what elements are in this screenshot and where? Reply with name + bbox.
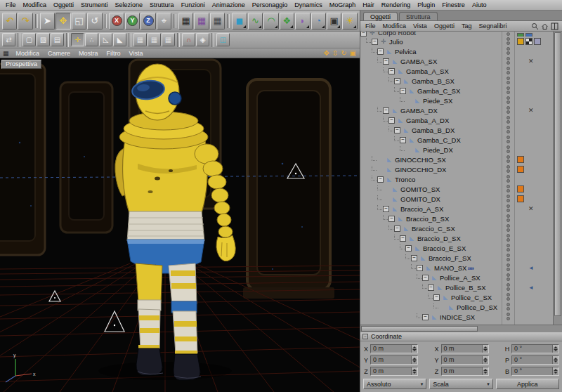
visibility-dots[interactable] bbox=[504, 273, 512, 281]
spinner-down-icon[interactable] bbox=[483, 360, 488, 362]
spline-pen-icon[interactable]: ∿ bbox=[248, 13, 263, 30]
spinner-down-icon[interactable] bbox=[412, 349, 417, 351]
viewport-menu-vista[interactable]: Vista bbox=[125, 50, 148, 57]
menu-oggetti[interactable]: Oggetti bbox=[50, 1, 77, 8]
spinner[interactable] bbox=[552, 345, 558, 353]
tree-item-gomito-dx[interactable]: ◣GOMITO_DX bbox=[360, 194, 553, 204]
expand-toggle[interactable]: − bbox=[383, 206, 389, 212]
search-icon[interactable] bbox=[531, 22, 539, 30]
tag-icon[interactable] bbox=[517, 156, 524, 163]
tree-item-indice-sx[interactable]: −◣INDICE_SX bbox=[360, 312, 553, 322]
horizontal-scroll-thumb[interactable] bbox=[361, 326, 478, 332]
spinner-down-icon[interactable] bbox=[412, 360, 417, 362]
visibility-dots[interactable] bbox=[504, 244, 512, 251]
visibility-dots[interactable] bbox=[504, 47, 512, 55]
tree-item-gamba-b-dx[interactable]: −◣Gamba_B_DX bbox=[360, 125, 553, 135]
visibility-dots[interactable] bbox=[504, 77, 512, 84]
undo-icon[interactable]: ↶ bbox=[2, 13, 17, 30]
rotate-view-icon[interactable]: ↻ bbox=[341, 49, 346, 57]
tree-item-gomito-sx[interactable]: ◣GOMITO_SX bbox=[360, 184, 553, 194]
coord-field-size-y[interactable]: 0 m bbox=[441, 355, 489, 365]
tree-item-pollice-d-sx[interactable]: ◣Pollice_D_SX bbox=[360, 302, 553, 312]
object-axis-mode-icon[interactable]: ✛ bbox=[71, 33, 84, 46]
tree-item-pollice-b-sx[interactable]: −◣Pollice_B_SX◄ bbox=[360, 282, 553, 292]
visibility-dots[interactable] bbox=[504, 126, 512, 133]
expand-toggle[interactable]: − bbox=[360, 32, 367, 37]
spinner[interactable] bbox=[482, 356, 488, 364]
coord-field-position-x[interactable]: 0 m bbox=[370, 344, 418, 353]
coord-field-position-y[interactable]: 0 m bbox=[370, 355, 418, 365]
spinner-up-icon[interactable] bbox=[554, 358, 558, 360]
ik-tag-icon[interactable]: ✕ bbox=[528, 107, 534, 114]
tree-vertical-scrollbar[interactable] bbox=[553, 32, 562, 325]
expand-toggle[interactable]: − bbox=[400, 88, 406, 94]
tag-icon[interactable] bbox=[517, 166, 524, 173]
spinner-up-icon[interactable] bbox=[554, 369, 558, 371]
tree-item-pollice-a-sx[interactable]: −◣Pollice_A_SX bbox=[360, 273, 553, 282]
vertical-scroll-thumb[interactable] bbox=[554, 32, 561, 316]
visibility-dots[interactable] bbox=[504, 214, 512, 222]
menu-personaggio[interactable]: Personaggio bbox=[249, 1, 292, 8]
expand-toggle[interactable]: − bbox=[388, 68, 395, 74]
spinner-up-icon[interactable] bbox=[412, 358, 417, 360]
visibility-dots[interactable] bbox=[504, 195, 512, 202]
zoom-view-icon[interactable]: ⇳ bbox=[332, 49, 338, 57]
camera-icon[interactable]: ▣ bbox=[327, 13, 341, 30]
expand-toggle[interactable]: − bbox=[428, 285, 434, 291]
tab-struttura[interactable]: Struttura bbox=[399, 12, 438, 20]
tree-item-pelvica[interactable]: −◣Pelvica bbox=[360, 46, 553, 56]
render-settings-icon[interactable]: ▦ bbox=[210, 13, 225, 30]
visibility-dots[interactable] bbox=[504, 175, 512, 183]
add-cube-icon[interactable]: ◼ bbox=[232, 13, 247, 30]
visibility-dots[interactable] bbox=[504, 145, 512, 153]
visibility-dots[interactable] bbox=[504, 67, 512, 74]
model-mode-icon[interactable]: ▢ bbox=[22, 33, 36, 46]
points-mode-icon[interactable]: ∴ bbox=[85, 33, 98, 46]
tree-item-gamba-a-sx[interactable]: −◣Gamba_A_SX bbox=[360, 66, 553, 76]
visibility-dots[interactable] bbox=[504, 165, 512, 173]
coord-field-size-z[interactable]: 0 m bbox=[441, 367, 489, 376]
menu-aiuto[interactable]: Aiuto bbox=[469, 1, 490, 8]
expand-toggle[interactable]: − bbox=[400, 235, 406, 242]
array-modeling-icon[interactable]: ❖ bbox=[280, 13, 294, 30]
visibility-dots[interactable] bbox=[504, 204, 512, 212]
menu-strumenti[interactable]: Strumenti bbox=[77, 1, 112, 8]
spinner-up-icon[interactable] bbox=[412, 346, 417, 348]
om-menu-segnalibri[interactable]: Segnalibri bbox=[475, 22, 510, 30]
expand-toggle[interactable]: − bbox=[422, 275, 429, 281]
spinner-up-icon[interactable] bbox=[412, 369, 417, 371]
ik-tag-icon[interactable]: ✕ bbox=[528, 58, 534, 65]
tree-horizontal-scrollbar[interactable] bbox=[360, 325, 562, 332]
coord-field-rotation-p[interactable]: 0 ° bbox=[511, 355, 559, 365]
coord-field-rotation-h[interactable]: 0 ° bbox=[511, 344, 559, 353]
tag-icon[interactable] bbox=[534, 38, 541, 45]
spinner-up-icon[interactable] bbox=[483, 358, 488, 360]
ik-tag-icon[interactable]: ✕ bbox=[528, 205, 534, 212]
spinner[interactable] bbox=[482, 367, 488, 375]
menu-finestre[interactable]: Finestre bbox=[438, 1, 469, 8]
expand-toggle[interactable]: − bbox=[400, 137, 406, 143]
tree-item-julio[interactable]: −✛Julio bbox=[360, 37, 553, 46]
pan-view-icon[interactable]: ✥ bbox=[323, 49, 329, 57]
visibility-dots[interactable] bbox=[504, 155, 512, 163]
constraint-tag-icon[interactable]: ◄ bbox=[528, 285, 534, 291]
spinner-down-icon[interactable] bbox=[554, 360, 558, 362]
visibility-dots[interactable] bbox=[504, 86, 512, 94]
viewport-menu-mostra[interactable]: Mostra bbox=[74, 50, 103, 57]
tree-item-braccio-d-sx[interactable]: −◣Braccio_D_SX bbox=[360, 233, 553, 243]
tag-icon[interactable] bbox=[517, 185, 524, 192]
weight-tag-icon[interactable] bbox=[525, 38, 532, 45]
deformer-icon[interactable]: ◗ bbox=[295, 13, 310, 30]
lock-x-axis-icon[interactable]: X bbox=[109, 13, 124, 30]
tree-item-ginocchio-sx[interactable]: ◣GINOCCHIO_SX bbox=[360, 155, 553, 164]
menu-rendering[interactable]: Rendering bbox=[378, 1, 414, 8]
visibility-dots[interactable] bbox=[504, 224, 512, 232]
spinner-down-icon[interactable] bbox=[412, 372, 417, 374]
viewport-menu-camere[interactable]: Camere bbox=[44, 50, 74, 57]
expand-toggle[interactable]: − bbox=[372, 39, 378, 45]
tree-item-gamba-a-dx[interactable]: −◣Gamba_A_DX bbox=[360, 115, 553, 125]
tree-item-piede-sx[interactable]: ◣Piede_SX bbox=[360, 96, 553, 105]
menu-hair[interactable]: Hair bbox=[359, 1, 378, 8]
coordinate-scale-select[interactable]: Scala ▾ bbox=[429, 379, 492, 389]
spinner[interactable] bbox=[552, 367, 558, 375]
